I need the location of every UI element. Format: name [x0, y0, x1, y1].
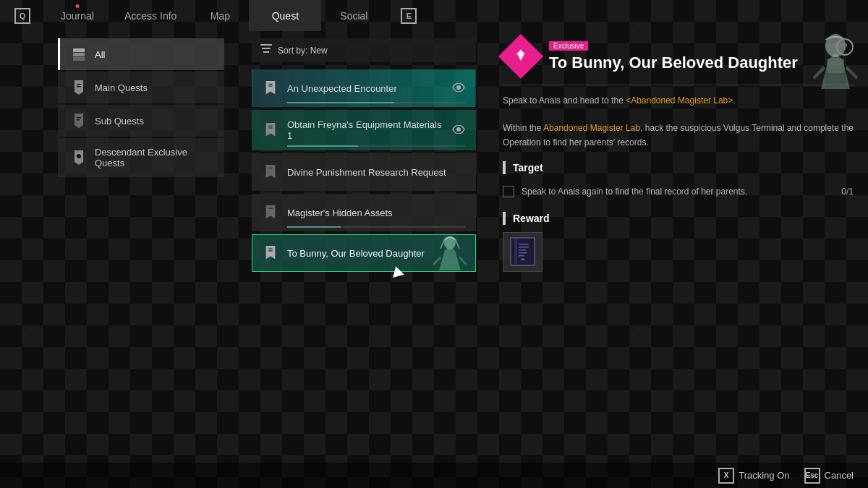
quest-detail-char-art: [803, 31, 868, 89]
quest-bookmark-icon-4: [263, 205, 278, 221]
svg-rect-17: [268, 168, 272, 168]
progress-bar-4: [287, 226, 465, 228]
help-icon[interactable]: ?: [836, 38, 854, 56]
quest-char-silhouette: [417, 235, 475, 271]
category-descendant-exclusive[interactable]: Descendant Exclusive Quests: [58, 138, 224, 177]
svg-rect-14: [268, 126, 272, 127]
svg-rect-29: [519, 247, 529, 248]
notification-dot: [76, 4, 80, 8]
svg-rect-32: [519, 255, 524, 257]
nav-social[interactable]: Social: [321, 0, 386, 31]
svg-rect-8: [260, 44, 272, 46]
detail-divider: [503, 85, 854, 85]
reward-item-1: [503, 232, 542, 272]
exclusive-diamond-icon: [503, 38, 539, 74]
quest-bookmark-icon-5: [263, 245, 278, 261]
sort-bar[interactable]: Sort by: New: [252, 38, 476, 62]
exclusive-badge: Exclusive: [549, 41, 588, 51]
reward-section-bar: [503, 212, 506, 225]
svg-rect-30: [519, 249, 526, 251]
svg-rect-2: [73, 57, 85, 61]
tracking-action[interactable]: X Tracking On: [718, 468, 789, 484]
quest-title-divine: Divine Punishment Research Request: [287, 167, 465, 178]
svg-point-16: [456, 127, 461, 132]
nav-e-key[interactable]: E: [386, 0, 431, 31]
quest-item-magisters-hidden[interactable]: Magister's Hidden Assets: [252, 194, 476, 231]
svg-rect-31: [519, 252, 527, 254]
quest-list-panel: Sort by: New An Unexpected Encounter: [252, 38, 476, 275]
nav-map[interactable]: Map: [191, 0, 249, 31]
svg-rect-9: [262, 48, 271, 49]
quest-item-unexpected-encounter[interactable]: An Unexpected Encounter: [252, 69, 476, 107]
category-all[interactable]: All: [58, 38, 224, 70]
target-count-1: 0/1: [841, 187, 854, 197]
eye-icon-1: [452, 82, 465, 95]
quest-detail-panel: Exclusive To Bunny, Our Beloved Daughter…: [503, 38, 854, 272]
tracking-key-badge: X: [718, 468, 734, 484]
svg-point-7: [77, 154, 81, 158]
category-sub-quests[interactable]: Sub Quests: [58, 105, 224, 137]
quest-item-divine-punishment[interactable]: Divine Punishment Research Request: [252, 153, 476, 191]
main-quest-icon: [72, 80, 86, 95]
svg-rect-15: [268, 127, 272, 128]
target-item-1: Speak to Anais again to find the final r…: [503, 181, 854, 202]
reward-section-title: Reward: [513, 213, 550, 224]
svg-rect-25: [827, 59, 844, 73]
progress-bar-1: [287, 102, 465, 103]
nav-journal[interactable]: Journal: [45, 0, 110, 31]
quest-description: Speak to Anais and head to the <Abandone…: [503, 94, 854, 150]
svg-line-23: [456, 240, 459, 249]
svg-rect-10: [263, 51, 269, 53]
sort-icon: [260, 44, 272, 56]
quest-categories-panel: All Main Quests Sub Quests: [58, 38, 224, 179]
nav-q-key[interactable]: Q: [0, 0, 45, 31]
sub-quest-icon: [72, 114, 86, 128]
quest-item-freyna-equipment[interactable]: Obtain Freyna's Equipment Materials 1: [252, 110, 476, 150]
quest-item-bunny-beloved[interactable]: To Bunny, Our Beloved Daughter: [252, 234, 476, 272]
reward-items: [503, 232, 854, 272]
e-key-icon: E: [401, 8, 417, 24]
top-navigation: Q Journal Access Info Map Quest Social E: [0, 0, 868, 31]
eye-icon-2: [452, 124, 465, 137]
quest-title-unexpected: An Unexpected Encounter: [287, 83, 446, 94]
svg-rect-5: [77, 117, 81, 119]
progress-bar-2: [287, 145, 465, 147]
cancel-action[interactable]: Esc Cancel: [804, 468, 854, 484]
reward-section-header: Reward: [503, 212, 854, 225]
reward-section: Reward: [503, 212, 854, 272]
svg-rect-11: [268, 84, 272, 85]
nav-quest[interactable]: Quest: [249, 0, 321, 31]
q-key-icon: Q: [14, 8, 30, 24]
svg-rect-28: [519, 244, 529, 245]
exclusive-quest-icon: [72, 150, 86, 165]
target-section-header: Target: [503, 161, 854, 174]
tracking-label: Tracking On: [739, 470, 789, 481]
reward-book-icon: [510, 237, 535, 266]
nav-access-info[interactable]: Access Info: [110, 0, 191, 31]
quest-title-freyna: Obtain Freyna's Equipment Materials 1: [287, 119, 446, 141]
quest-title-magister: Magister's Hidden Assets: [287, 207, 465, 218]
svg-rect-19: [268, 249, 272, 249]
svg-point-13: [456, 85, 461, 90]
quest-bookmark-icon-2: [263, 122, 278, 138]
quest-detail-header: Exclusive To Bunny, Our Beloved Daughter…: [503, 38, 854, 74]
svg-rect-0: [73, 48, 85, 52]
target-text-1: Speak to Anais again to find the final r…: [522, 187, 834, 197]
category-main-quests[interactable]: Main Quests: [58, 72, 224, 103]
layers-icon: [72, 47, 86, 61]
svg-rect-18: [268, 208, 272, 209]
svg-rect-6: [77, 119, 80, 121]
svg-rect-20: [268, 250, 272, 251]
svg-line-22: [441, 240, 444, 249]
bottom-bar: X Tracking On Esc Cancel: [0, 463, 868, 488]
svg-rect-4: [77, 86, 81, 87]
quest-bookmark-icon-3: [263, 164, 278, 180]
target-checkbox-1: [503, 186, 514, 197]
cancel-label: Cancel: [825, 470, 854, 481]
quest-bookmark-icon-1: [263, 80, 278, 96]
target-section-title: Target: [513, 162, 543, 174]
sort-label: Sort by: New: [278, 46, 328, 56]
cancel-key-badge: Esc: [804, 468, 820, 484]
target-section: Target Speak to Anais again to find the …: [503, 161, 854, 202]
svg-rect-12: [268, 85, 272, 86]
